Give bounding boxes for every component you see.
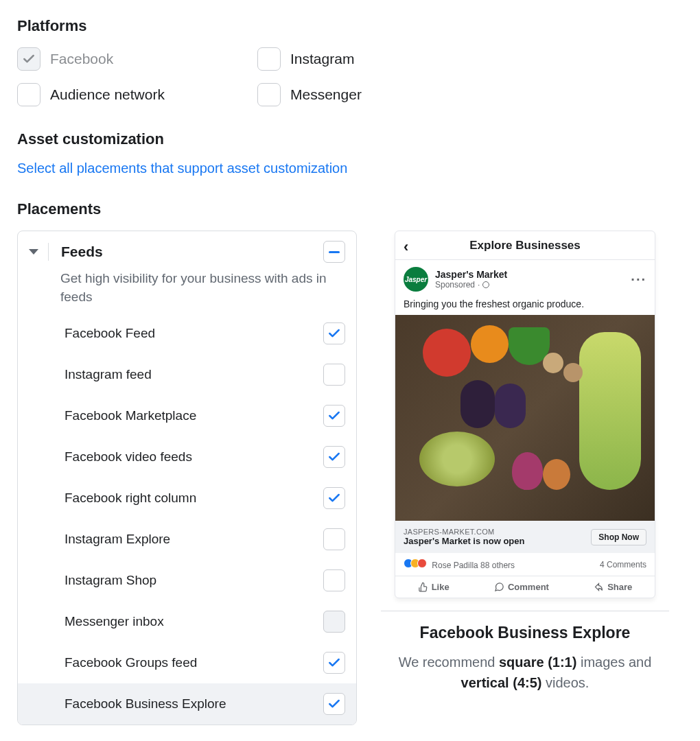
placement-row[interactable]: Facebook video feeds: [18, 436, 356, 478]
reaction-icons: [404, 558, 427, 568]
placement-row[interactable]: Facebook Marketplace: [18, 395, 356, 436]
placement-label: Facebook Business Explore: [65, 696, 226, 711]
share-label: Share: [607, 582, 632, 592]
post-sponsored: Sponsored ·: [435, 280, 624, 290]
post-cta-bar: JASPERS-MARKET.COM Jasper's Market is no…: [395, 521, 655, 553]
placement-checkbox[interactable]: [323, 487, 345, 509]
placement-checkbox[interactable]: [323, 364, 345, 386]
platforms-heading: Platforms: [17, 17, 683, 35]
feeds-description: Get high visibility for your business wi…: [18, 270, 356, 313]
placement-checkbox[interactable]: [323, 652, 345, 674]
placement-label: Messenger inbox: [65, 614, 164, 629]
platform-facebook: Facebook: [17, 47, 257, 71]
placement-label: Facebook right column: [65, 491, 196, 506]
comment-icon: [494, 582, 504, 592]
platform-messenger: Messenger: [257, 83, 498, 106]
cta-headline: Jasper's Market is now open: [404, 536, 524, 546]
check-icon: [327, 697, 341, 711]
placement-list: Facebook FeedInstagram feedFacebook Mark…: [18, 313, 356, 725]
placement-row[interactable]: Instagram feed: [18, 354, 356, 395]
preview-recommendation: We recommend square (1:1) images and ver…: [381, 652, 669, 693]
post-image: [395, 315, 655, 521]
back-chevron-icon[interactable]: ‹: [404, 238, 408, 256]
placement-row[interactable]: Facebook Feed: [18, 313, 356, 354]
platforms-grid: Facebook Instagram Audience network Mess…: [17, 47, 683, 106]
post-menu-icon[interactable]: ···: [631, 272, 646, 287]
placement-label: Facebook Feed: [65, 326, 155, 341]
reactions-summary: Rose Padilla 88 others: [404, 558, 515, 570]
placement-checkbox[interactable]: [323, 322, 345, 344]
placement-label: Instagram Shop: [65, 573, 156, 588]
platform-audience-network-label: Audience network: [50, 86, 165, 103]
placement-row[interactable]: Facebook right column: [18, 478, 356, 519]
phone-topbar: ‹ Explore Businesses: [395, 231, 655, 260]
placement-checkbox[interactable]: [323, 569, 345, 591]
preview-divider: [381, 611, 669, 611]
platform-messenger-label: Messenger: [290, 86, 362, 103]
check-icon: [22, 52, 36, 66]
feeds-title: Feeds: [61, 244, 314, 260]
platform-facebook-label: Facebook: [50, 51, 113, 67]
placements-panel: Feeds Get high visibility for your busin…: [17, 231, 357, 725]
placement-label: Facebook video feeds: [65, 449, 192, 464]
header-divider: [48, 243, 49, 261]
feeds-header: Feeds: [18, 231, 356, 270]
thumbs-up-icon: [418, 582, 428, 592]
shop-now-button[interactable]: Shop Now: [591, 529, 646, 545]
platform-instagram: Instagram: [257, 47, 498, 71]
placement-label: Facebook Marketplace: [65, 408, 196, 423]
placement-checkbox[interactable]: [323, 693, 345, 715]
reactions-text: Rose Padilla 88 others: [432, 561, 515, 570]
check-icon: [327, 491, 341, 505]
comments-count: 4 Comments: [600, 560, 646, 569]
placement-row[interactable]: Instagram Explore: [18, 519, 356, 560]
platform-audience-network: Audience network: [17, 83, 257, 106]
reco-pre: We recommend: [399, 655, 499, 670]
placement-checkbox: [323, 611, 345, 633]
asset-customization-link[interactable]: Select all placements that support asset…: [17, 161, 347, 176]
comment-label: Comment: [508, 582, 549, 592]
minus-icon: [329, 251, 340, 253]
cta-domain: JASPERS-MARKET.COM: [404, 528, 524, 536]
comment-button[interactable]: Comment: [494, 582, 549, 592]
post-header: Jasper Jasper's Market Sponsored · ···: [395, 260, 655, 298]
placement-label: Facebook Groups feed: [65, 655, 197, 670]
caret-down-icon[interactable]: [29, 249, 38, 255]
platform-instagram-checkbox[interactable]: [257, 47, 281, 71]
platform-facebook-checkbox: [17, 47, 40, 71]
placement-row[interactable]: Facebook Groups feed: [18, 642, 356, 683]
placement-checkbox[interactable]: [323, 446, 345, 468]
placement-row[interactable]: Instagram Shop: [18, 560, 356, 601]
placement-checkbox[interactable]: [323, 405, 345, 427]
placement-row[interactable]: Messenger inbox: [18, 601, 356, 642]
check-icon: [327, 409, 341, 423]
cta-text: JASPERS-MARKET.COM Jasper's Market is no…: [404, 528, 524, 546]
share-button[interactable]: Share: [594, 582, 632, 592]
platform-messenger-checkbox[interactable]: [257, 83, 281, 106]
post-meta: Jasper's Market Sponsored ·: [435, 269, 624, 290]
post-caption: Bringing you the freshest organic produc…: [395, 298, 655, 315]
check-icon: [327, 656, 341, 670]
globe-icon: [482, 281, 489, 288]
preview-placement-title: Facebook Business Explore: [381, 624, 669, 642]
avatar: Jasper: [404, 267, 428, 292]
platform-instagram-label: Instagram: [290, 51, 354, 67]
content-row: Feeds Get high visibility for your busin…: [17, 231, 683, 725]
like-button[interactable]: Like: [418, 582, 450, 592]
sponsored-label: Sponsored: [435, 280, 475, 290]
placement-checkbox[interactable]: [323, 528, 345, 550]
check-icon: [327, 450, 341, 464]
preview-column: ‹ Explore Businesses Jasper Jasper's Mar…: [381, 231, 669, 693]
preview-phone: ‹ Explore Businesses Jasper Jasper's Mar…: [395, 231, 655, 598]
placement-label: Instagram feed: [65, 367, 152, 382]
placement-row[interactable]: Facebook Business Explore: [18, 683, 356, 725]
post-brand: Jasper's Market: [435, 269, 624, 280]
phone-title: Explore Businesses: [469, 239, 581, 252]
placements-heading: Placements: [17, 200, 683, 218]
post-actions: Like Comment Share: [395, 576, 655, 598]
dot-separator: ·: [478, 280, 480, 290]
feeds-indeterminate-checkbox[interactable]: [323, 241, 345, 263]
platform-audience-network-checkbox[interactable]: [17, 83, 40, 106]
asset-heading: Asset customization: [17, 130, 683, 148]
placement-label: Instagram Explore: [65, 532, 170, 547]
